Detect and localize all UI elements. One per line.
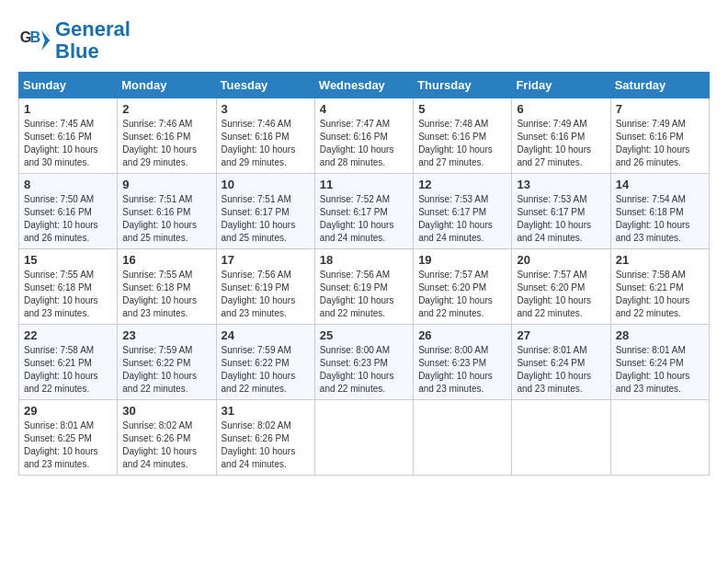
day-info: Sunrise: 7:56 AMSunset: 6:19 PMDaylight:… xyxy=(222,269,310,320)
day-info: Sunrise: 7:59 AMSunset: 6:22 PMDaylight:… xyxy=(122,344,210,396)
day-info: Sunrise: 7:45 AMSunset: 6:16 PMDaylight:… xyxy=(24,118,112,169)
calendar-day-1: 1 Sunrise: 7:45 AMSunset: 6:16 PMDayligh… xyxy=(19,98,118,174)
day-info: Sunrise: 7:59 AMSunset: 6:22 PMDaylight:… xyxy=(222,344,310,396)
calendar-day-2: 2 Sunrise: 7:46 AMSunset: 6:16 PMDayligh… xyxy=(118,98,216,174)
calendar: SundayMondayTuesdayWednesdayThursdayFrid… xyxy=(18,72,710,476)
day-info: Sunrise: 7:57 AMSunset: 6:20 PMDaylight:… xyxy=(517,269,605,320)
day-number: 22 xyxy=(24,328,112,342)
weekday-header-wednesday: Wednesday xyxy=(314,73,413,98)
calendar-day-23: 23 Sunrise: 7:59 AMSunset: 6:22 PMDaylig… xyxy=(118,325,216,400)
day-info: Sunrise: 7:56 AMSunset: 6:19 PMDaylight:… xyxy=(320,269,408,320)
calendar-day-8: 8 Sunrise: 7:50 AMSunset: 6:16 PMDayligh… xyxy=(19,174,118,249)
day-number: 19 xyxy=(418,253,506,267)
day-info: Sunrise: 7:49 AMSunset: 6:16 PMDaylight:… xyxy=(616,118,704,169)
day-info: Sunrise: 8:01 AMSunset: 6:25 PMDaylight:… xyxy=(24,419,112,471)
calendar-day-19: 19 Sunrise: 7:57 AMSunset: 6:20 PMDaylig… xyxy=(414,249,512,325)
day-info: Sunrise: 7:51 AMSunset: 6:16 PMDaylight:… xyxy=(122,193,210,245)
day-number: 24 xyxy=(222,328,310,342)
weekday-header-row: SundayMondayTuesdayWednesdayThursdayFrid… xyxy=(19,73,710,98)
calendar-day-16: 16 Sunrise: 7:55 AMSunset: 6:18 PMDaylig… xyxy=(118,249,216,325)
day-number: 12 xyxy=(418,178,506,191)
day-info: Sunrise: 7:54 AMSunset: 6:18 PMDaylight:… xyxy=(616,193,704,245)
calendar-day-27: 27 Sunrise: 8:01 AMSunset: 6:24 PMDaylig… xyxy=(512,325,610,400)
weekday-header-saturday: Saturday xyxy=(610,73,709,98)
calendar-day-29: 29 Sunrise: 8:01 AMSunset: 6:25 PMDaylig… xyxy=(19,400,118,476)
calendar-empty-cell xyxy=(314,400,413,476)
day-number: 5 xyxy=(418,102,506,116)
calendar-day-12: 12 Sunrise: 7:53 AMSunset: 6:17 PMDaylig… xyxy=(414,174,512,249)
day-info: Sunrise: 8:02 AMSunset: 6:26 PMDaylight:… xyxy=(122,419,210,471)
weekday-header-tuesday: Tuesday xyxy=(216,73,314,98)
calendar-day-11: 11 Sunrise: 7:52 AMSunset: 6:17 PMDaylig… xyxy=(314,174,413,249)
svg-marker-2 xyxy=(41,30,50,51)
day-number: 11 xyxy=(320,178,408,191)
day-info: Sunrise: 7:47 AMSunset: 6:16 PMDaylight:… xyxy=(320,118,408,169)
calendar-day-21: 21 Sunrise: 7:58 AMSunset: 6:21 PMDaylig… xyxy=(610,249,709,325)
logo-icon: G B xyxy=(18,24,51,57)
svg-text:B: B xyxy=(30,29,41,45)
calendar-empty-cell xyxy=(414,400,512,476)
day-info: Sunrise: 7:49 AMSunset: 6:16 PMDaylight:… xyxy=(517,118,605,169)
page-header: G B General Blue xyxy=(18,18,710,63)
calendar-day-4: 4 Sunrise: 7:47 AMSunset: 6:16 PMDayligh… xyxy=(314,98,413,174)
day-number: 30 xyxy=(122,404,210,418)
logo: G B General Blue xyxy=(18,18,131,63)
day-number: 29 xyxy=(24,404,112,418)
calendar-week-row: 22 Sunrise: 7:58 AMSunset: 6:21 PMDaylig… xyxy=(19,325,710,400)
day-info: Sunrise: 7:55 AMSunset: 6:18 PMDaylight:… xyxy=(24,269,112,320)
calendar-day-6: 6 Sunrise: 7:49 AMSunset: 6:16 PMDayligh… xyxy=(512,98,610,174)
day-number: 9 xyxy=(122,178,210,191)
day-info: Sunrise: 7:58 AMSunset: 6:21 PMDaylight:… xyxy=(616,269,704,320)
day-info: Sunrise: 7:50 AMSunset: 6:16 PMDaylight:… xyxy=(24,193,112,245)
day-number: 15 xyxy=(24,253,112,267)
calendar-day-22: 22 Sunrise: 7:58 AMSunset: 6:21 PMDaylig… xyxy=(19,325,118,400)
calendar-day-26: 26 Sunrise: 8:00 AMSunset: 6:23 PMDaylig… xyxy=(414,325,512,400)
day-number: 20 xyxy=(517,253,605,267)
calendar-day-31: 31 Sunrise: 8:02 AMSunset: 6:26 PMDaylig… xyxy=(216,400,314,476)
day-info: Sunrise: 7:46 AMSunset: 6:16 PMDaylight:… xyxy=(222,118,310,169)
day-info: Sunrise: 7:48 AMSunset: 6:16 PMDaylight:… xyxy=(418,118,506,169)
day-number: 23 xyxy=(122,328,210,342)
day-number: 1 xyxy=(24,102,112,116)
day-info: Sunrise: 8:00 AMSunset: 6:23 PMDaylight:… xyxy=(320,344,408,396)
day-number: 6 xyxy=(517,102,605,116)
day-info: Sunrise: 8:02 AMSunset: 6:26 PMDaylight:… xyxy=(222,419,310,471)
day-info: Sunrise: 7:46 AMSunset: 6:16 PMDaylight:… xyxy=(122,118,210,169)
weekday-header-sunday: Sunday xyxy=(19,73,118,98)
calendar-week-row: 29 Sunrise: 8:01 AMSunset: 6:25 PMDaylig… xyxy=(19,400,710,476)
day-info: Sunrise: 7:51 AMSunset: 6:17 PMDaylight:… xyxy=(222,193,310,245)
calendar-week-row: 15 Sunrise: 7:55 AMSunset: 6:18 PMDaylig… xyxy=(19,249,710,325)
weekday-header-friday: Friday xyxy=(512,73,610,98)
day-number: 13 xyxy=(517,178,605,191)
calendar-day-3: 3 Sunrise: 7:46 AMSunset: 6:16 PMDayligh… xyxy=(216,98,314,174)
day-info: Sunrise: 7:57 AMSunset: 6:20 PMDaylight:… xyxy=(418,269,506,320)
calendar-week-row: 8 Sunrise: 7:50 AMSunset: 6:16 PMDayligh… xyxy=(19,174,710,249)
day-info: Sunrise: 8:01 AMSunset: 6:24 PMDaylight:… xyxy=(616,344,704,396)
calendar-day-24: 24 Sunrise: 7:59 AMSunset: 6:22 PMDaylig… xyxy=(216,325,314,400)
calendar-day-17: 17 Sunrise: 7:56 AMSunset: 6:19 PMDaylig… xyxy=(216,249,314,325)
calendar-day-9: 9 Sunrise: 7:51 AMSunset: 6:16 PMDayligh… xyxy=(118,174,216,249)
logo-text: General Blue xyxy=(55,18,131,63)
calendar-day-7: 7 Sunrise: 7:49 AMSunset: 6:16 PMDayligh… xyxy=(610,98,709,174)
day-number: 27 xyxy=(517,328,605,342)
day-info: Sunrise: 8:01 AMSunset: 6:24 PMDaylight:… xyxy=(517,344,605,396)
day-number: 8 xyxy=(24,178,112,191)
calendar-day-5: 5 Sunrise: 7:48 AMSunset: 6:16 PMDayligh… xyxy=(414,98,512,174)
calendar-empty-cell xyxy=(512,400,610,476)
calendar-day-20: 20 Sunrise: 7:57 AMSunset: 6:20 PMDaylig… xyxy=(512,249,610,325)
calendar-day-15: 15 Sunrise: 7:55 AMSunset: 6:18 PMDaylig… xyxy=(19,249,118,325)
day-info: Sunrise: 7:55 AMSunset: 6:18 PMDaylight:… xyxy=(122,269,210,320)
weekday-header-thursday: Thursday xyxy=(414,73,512,98)
day-number: 26 xyxy=(418,328,506,342)
day-number: 4 xyxy=(320,102,408,116)
day-number: 31 xyxy=(222,404,310,418)
calendar-day-30: 30 Sunrise: 8:02 AMSunset: 6:26 PMDaylig… xyxy=(118,400,216,476)
day-number: 3 xyxy=(222,102,310,116)
calendar-day-25: 25 Sunrise: 8:00 AMSunset: 6:23 PMDaylig… xyxy=(314,325,413,400)
weekday-header-monday: Monday xyxy=(118,73,216,98)
day-info: Sunrise: 7:58 AMSunset: 6:21 PMDaylight:… xyxy=(24,344,112,396)
day-number: 17 xyxy=(222,253,310,267)
day-number: 21 xyxy=(616,253,704,267)
day-info: Sunrise: 8:00 AMSunset: 6:23 PMDaylight:… xyxy=(418,344,506,396)
calendar-day-18: 18 Sunrise: 7:56 AMSunset: 6:19 PMDaylig… xyxy=(314,249,413,325)
